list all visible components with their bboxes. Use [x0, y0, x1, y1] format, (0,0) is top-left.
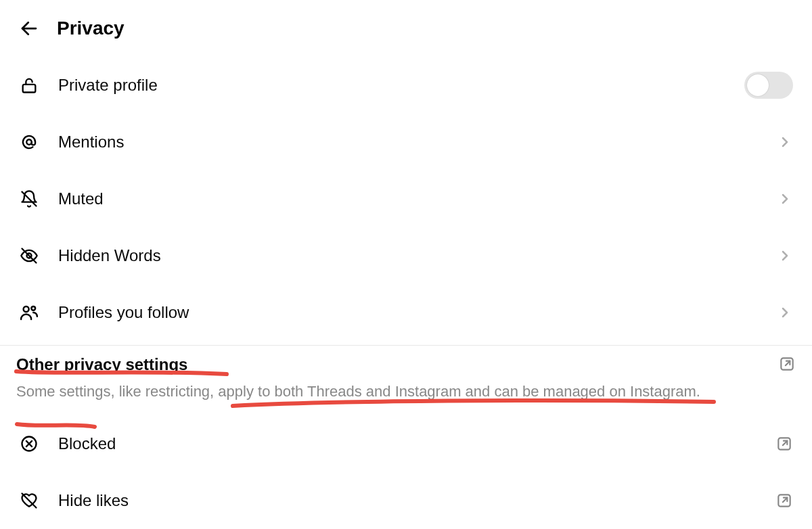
circle-x-icon	[19, 434, 39, 453]
row-label: Mentions	[58, 133, 758, 152]
page-title: Privacy	[57, 18, 125, 39]
at-icon	[19, 133, 39, 152]
chevron-right-icon	[777, 191, 793, 207]
external-link-icon	[775, 492, 793, 509]
row-hidden-words[interactable]: Hidden Words	[0, 227, 812, 284]
row-hide-likes[interactable]: Hide likes	[0, 472, 812, 529]
row-label: Private profile	[58, 76, 725, 95]
lock-icon	[19, 76, 39, 95]
section-heading: Other privacy settings	[16, 355, 796, 374]
eye-off-icon	[19, 246, 39, 265]
bell-off-icon	[19, 189, 39, 208]
settings-list: Private profile Mentions Mute	[0, 57, 812, 529]
people-icon	[19, 302, 39, 323]
chevron-right-icon	[777, 304, 793, 321]
section-subtext: Some settings, like restricting, apply t…	[16, 380, 796, 403]
chevron-right-icon	[777, 248, 793, 264]
row-label: Muted	[58, 189, 758, 208]
svg-rect-1	[23, 85, 36, 93]
row-label: Blocked	[58, 434, 757, 453]
row-label: Profiles you follow	[58, 303, 758, 322]
svg-point-6	[24, 306, 29, 312]
back-button[interactable]	[19, 18, 39, 39]
header: Privacy	[0, 0, 812, 57]
row-label: Hide likes	[58, 491, 757, 510]
external-link-icon	[778, 355, 796, 373]
private-profile-toggle[interactable]	[744, 72, 793, 99]
row-blocked[interactable]: Blocked	[0, 415, 812, 472]
arrow-left-icon	[19, 18, 39, 39]
section-other-privacy[interactable]: Other privacy settings Some settings, li…	[0, 346, 812, 403]
row-mentions[interactable]: Mentions	[0, 114, 812, 170]
row-label: Hidden Words	[58, 246, 758, 265]
row-private-profile[interactable]: Private profile	[0, 57, 812, 114]
external-link-icon	[775, 435, 793, 453]
row-profiles-you-follow[interactable]: Profiles you follow	[0, 284, 812, 341]
row-muted[interactable]: Muted	[0, 170, 812, 227]
chevron-right-icon	[777, 134, 793, 150]
svg-point-7	[31, 306, 35, 310]
heart-off-icon	[19, 491, 39, 510]
